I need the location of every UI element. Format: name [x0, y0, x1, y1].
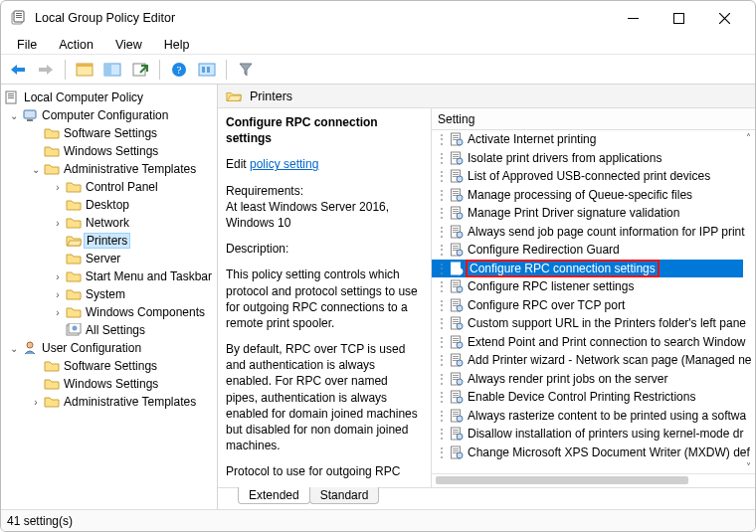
- policy-item-icon: [450, 390, 464, 404]
- detail-desc-p3: Protocol to use for outgoing RPC: [226, 463, 423, 479]
- setting-label: Always render print jobs on the server: [468, 372, 667, 386]
- maximize-button[interactable]: [656, 3, 701, 33]
- svg-rect-85: [453, 338, 459, 339]
- setting-row[interactable]: ⋮Extend Point and Print connection to se…: [432, 333, 743, 352]
- tree-root[interactable]: Local Computer Policy: [1, 89, 217, 106]
- setting-row[interactable]: ⋮Configure RPC listener settings: [432, 277, 743, 296]
- row-gutter-icon: ⋮: [436, 188, 448, 202]
- collapse-icon[interactable]: ⌄: [29, 164, 43, 175]
- setting-row[interactable]: ⋮Add Printer wizard - Network scan page …: [432, 351, 743, 370]
- tree-item[interactable]: Desktop: [1, 196, 217, 214]
- expand-icon[interactable]: ›: [51, 218, 65, 229]
- svg-rect-90: [453, 356, 459, 357]
- detail-title: Configure RPC connection settings: [226, 114, 423, 146]
- forward-button[interactable]: [35, 59, 57, 81]
- horizontal-scrollbar[interactable]: [432, 473, 755, 487]
- menu-view[interactable]: View: [105, 36, 152, 54]
- setting-row[interactable]: ⋮Enable Device Control Printing Restrict…: [432, 388, 743, 407]
- expand-icon[interactable]: ›: [51, 271, 65, 282]
- expand-icon[interactable]: ›: [51, 289, 65, 300]
- tree-item[interactable]: ›System: [1, 285, 217, 303]
- policy-item-icon: [450, 206, 464, 220]
- setting-row[interactable]: ⋮Configure RPC connection settings: [432, 260, 743, 278]
- tree-item[interactable]: ›Administrative Templates: [1, 393, 217, 411]
- svg-point-83: [457, 323, 463, 329]
- tab-standard[interactable]: Standard: [309, 487, 380, 504]
- tree-item[interactable]: Printers: [1, 232, 217, 250]
- setting-row[interactable]: ⋮Always render print jobs on the server: [432, 370, 743, 389]
- tree-item[interactable]: ›Start Menu and Taskbar: [1, 267, 217, 285]
- setting-row[interactable]: ⋮List of Approved USB-connected print de…: [432, 167, 743, 186]
- row-gutter-icon: ⋮: [436, 372, 448, 386]
- setting-row[interactable]: ⋮Configure RPC over TCP port: [432, 296, 743, 315]
- menu-help[interactable]: Help: [154, 36, 200, 54]
- svg-rect-51: [453, 211, 459, 212]
- setting-row[interactable]: ⋮Always rasterize content to be printed …: [432, 407, 743, 426]
- tree-label: Windows Components: [85, 305, 206, 319]
- tree-item[interactable]: All Settings: [1, 321, 217, 339]
- show-hide-tree-button[interactable]: [74, 59, 95, 81]
- setting-label: Configure RPC over TCP port: [468, 298, 625, 312]
- setting-row[interactable]: ⋮Isolate print drivers from applications: [432, 149, 743, 168]
- tree-admin-templates[interactable]: ⌄ Administrative Templates: [1, 160, 217, 178]
- svg-point-98: [457, 379, 463, 385]
- setting-row[interactable]: ⋮Manage Print Driver signature validatio…: [432, 204, 743, 223]
- scroll-up-icon[interactable]: ˄: [741, 130, 755, 144]
- setting-row[interactable]: ⋮Disallow installation of printers using…: [432, 425, 743, 443]
- tree-item[interactable]: ›Network: [1, 214, 217, 232]
- tree-label: Administrative Templates: [63, 395, 197, 409]
- collapse-icon[interactable]: ⌄: [7, 110, 21, 121]
- list-body[interactable]: ˄ ⋮Activate Internet printing⋮Isolate pr…: [432, 130, 755, 473]
- setting-label: Always rasterize content to be printed u…: [468, 409, 746, 423]
- refresh-button[interactable]: [196, 59, 218, 81]
- menu-file[interactable]: File: [7, 36, 47, 54]
- gpedit-window: Local Group Policy Editor File Action Vi…: [0, 0, 756, 532]
- help-button[interactable]: ?: [168, 59, 190, 81]
- scroll-down-icon[interactable]: ˅: [741, 459, 755, 473]
- setting-row[interactable]: ⋮Custom support URL in the Printers fold…: [432, 314, 743, 333]
- title-bar[interactable]: Local Group Policy Editor: [1, 1, 755, 35]
- menu-action[interactable]: Action: [49, 36, 103, 54]
- app-icon: [11, 10, 27, 26]
- filter-button[interactable]: [235, 59, 257, 81]
- expand-icon[interactable]: ›: [51, 182, 65, 193]
- folder-icon: [66, 197, 82, 213]
- nav-tree[interactable]: Local Computer Policy ⌄ Computer Configu…: [1, 85, 218, 509]
- scrollbar-thumb[interactable]: [436, 476, 688, 484]
- svg-point-78: [457, 305, 463, 311]
- tree-user-configuration[interactable]: ⌄ User Configuration: [1, 339, 217, 357]
- expand-icon[interactable]: ›: [51, 307, 65, 318]
- toolbar-separator: [159, 60, 160, 80]
- computer-icon: [22, 107, 38, 123]
- tree-item[interactable]: Windows Settings: [1, 375, 217, 393]
- tree-item[interactable]: Software Settings: [1, 124, 217, 142]
- minimize-button[interactable]: [610, 3, 656, 33]
- setting-row[interactable]: ⋮Activate Internet printing: [432, 130, 743, 149]
- setting-row[interactable]: ⋮Always send job page count information …: [432, 223, 743, 242]
- tab-extended[interactable]: Extended: [238, 487, 310, 504]
- close-button[interactable]: [701, 3, 747, 33]
- svg-point-63: [457, 250, 463, 256]
- tree-computer-configuration[interactable]: ⌄ Computer Configuration: [1, 106, 217, 124]
- setting-row[interactable]: ⋮Manage processing of Queue-specific fil…: [432, 186, 743, 205]
- edit-policy-link[interactable]: policy setting: [250, 157, 318, 171]
- svg-rect-60: [453, 246, 459, 247]
- properties-button[interactable]: [101, 59, 123, 81]
- tree-item[interactable]: Server: [1, 250, 217, 267]
- expand-icon[interactable]: ›: [29, 397, 43, 408]
- row-gutter-icon: ⋮: [436, 262, 448, 275]
- setting-row[interactable]: ⋮Configure Redirection Guard: [432, 241, 743, 260]
- policy-item-icon: [450, 335, 464, 349]
- collapse-icon[interactable]: ⌄: [7, 343, 21, 354]
- tree-label: User Configuration: [41, 341, 142, 355]
- tree-item[interactable]: ›Control Panel: [1, 178, 217, 196]
- tree-item[interactable]: Software Settings: [1, 357, 217, 375]
- back-button[interactable]: [7, 59, 29, 81]
- tree-item[interactable]: Windows Settings: [1, 142, 217, 160]
- export-button[interactable]: [129, 59, 151, 81]
- svg-rect-23: [24, 110, 36, 118]
- list-header-setting[interactable]: Setting: [432, 108, 755, 130]
- setting-row[interactable]: ⋮Change Microsoft XPS Document Writer (M…: [432, 443, 743, 462]
- tree-item[interactable]: ›Windows Components: [1, 303, 217, 321]
- svg-rect-45: [453, 191, 459, 192]
